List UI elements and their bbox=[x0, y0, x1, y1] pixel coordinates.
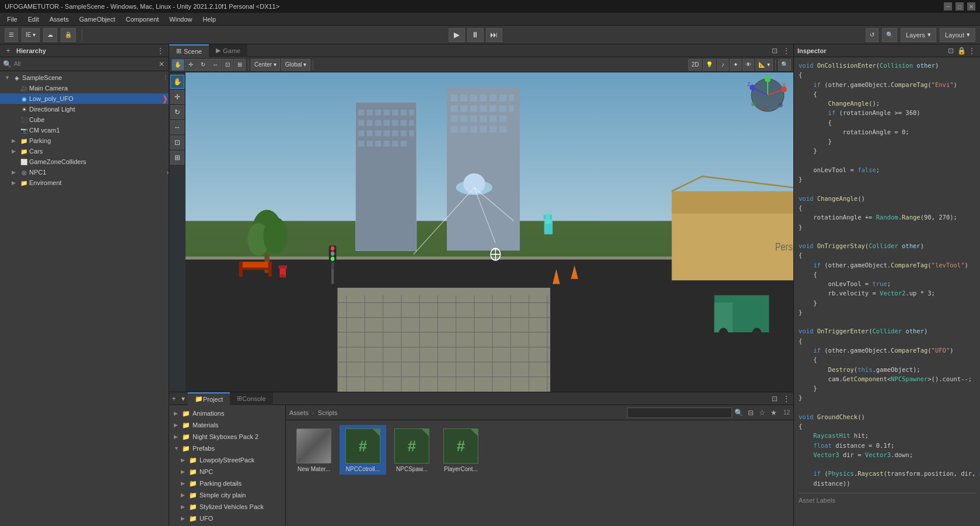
maximize-button[interactable]: □ bbox=[956, 2, 964, 11]
navigation-gizmo[interactable]: X Y Z bbox=[744, 75, 791, 116]
main-layout: + Hierarchy ⋮ 🔍 All ✕ ▼ ◈ SampleScene ⋮ … bbox=[0, 44, 980, 526]
proj-night-skyboxes[interactable]: ▶ 📁 Night Skyboxes Pack 2 bbox=[169, 431, 285, 443]
bottom-maximize-btn[interactable]: ⊡ bbox=[770, 394, 779, 403]
toolbar-lock-btn[interactable]: 🔒 bbox=[61, 28, 76, 42]
hier-main-camera[interactable]: 🎥 Main Camera bbox=[0, 83, 169, 93]
proj-animations[interactable]: ▶ 📁 Animations bbox=[169, 407, 285, 419]
bottom-add-btn[interactable]: + bbox=[169, 394, 178, 403]
hier-directional-light[interactable]: ☀ Directional Light bbox=[0, 104, 169, 114]
pause-button[interactable]: ⏸ bbox=[467, 28, 484, 42]
assets-filter-btn[interactable]: ⊟ bbox=[746, 408, 755, 417]
assets-search-input[interactable] bbox=[627, 407, 732, 418]
bottom-menu-btn[interactable]: ⋮ bbox=[782, 394, 791, 403]
menu-window[interactable]: Window bbox=[164, 15, 197, 24]
code-line-39: { bbox=[799, 422, 975, 431]
hier-cube[interactable]: ⬛ Cube bbox=[0, 114, 169, 125]
proj-parking-details[interactable]: ▶ 📁 Parking details bbox=[169, 478, 285, 489]
tab-scene[interactable]: ⊞ Scene bbox=[169, 44, 209, 57]
menu-assets[interactable]: Assets bbox=[45, 15, 74, 24]
bottom-lock-btn[interactable]: ▾ bbox=[178, 394, 188, 403]
asset-player-controller[interactable]: PlayerCont... bbox=[438, 425, 484, 475]
scale-tool-btn[interactable]: ↔ bbox=[209, 59, 221, 71]
scene-scale-btn[interactable]: ↔ bbox=[170, 120, 184, 134]
menu-edit[interactable]: Edit bbox=[23, 15, 44, 24]
global-btn[interactable]: Global ▾ bbox=[281, 59, 310, 71]
toolbar-menu-btn[interactable]: ☰ bbox=[5, 28, 18, 42]
fx-btn[interactable]: ✦ bbox=[730, 59, 741, 71]
scene-menu-btn[interactable]: ⋮ bbox=[782, 46, 791, 55]
hier-npc1[interactable]: ▶ ◎ NPC1 › bbox=[0, 167, 169, 177]
hier-low-poly-ufo[interactable]: ◉ Low_poly_UFO ❱ bbox=[0, 93, 169, 104]
scene-rotate-btn[interactable]: ↻ bbox=[170, 105, 184, 119]
hier-cm-vcam1[interactable]: 📷 CM vcam1 bbox=[0, 125, 169, 135]
svg-rect-53 bbox=[499, 116, 507, 122]
2d-btn[interactable]: 2D bbox=[688, 59, 702, 71]
asset-new-material[interactable]: New Mater... bbox=[290, 425, 337, 475]
rect-tool-btn[interactable]: ⊡ bbox=[222, 59, 233, 71]
toolbar-search-btn[interactable]: 🔍 bbox=[882, 28, 897, 42]
proj-simple-city[interactable]: ▶ 📁 Simple city plain bbox=[169, 489, 285, 501]
assets-search-icon[interactable]: 🔍 bbox=[734, 408, 744, 417]
menu-file[interactable]: File bbox=[2, 15, 22, 24]
toolbar-cloud-btn[interactable]: ☁ bbox=[43, 28, 57, 42]
hierarchy-add-btn[interactable]: + bbox=[4, 46, 13, 55]
assets-favorite-btn[interactable]: ☆ bbox=[758, 408, 767, 417]
menu-component[interactable]: Component bbox=[121, 15, 163, 24]
tab-project[interactable]: 📁 Project bbox=[188, 392, 230, 405]
asset-npc-controller[interactable]: NPCCotroll... bbox=[340, 425, 386, 475]
hierarchy-search-icon[interactable]: 🔍 bbox=[2, 60, 12, 69]
scene-custom-btn[interactable]: ⊞ bbox=[170, 151, 184, 165]
menu-gameobject[interactable]: GameObject bbox=[75, 15, 120, 24]
hand-tool-btn[interactable]: ✋ bbox=[172, 59, 184, 71]
hier-enviroment[interactable]: ▶ 📁 Enviroment bbox=[0, 177, 169, 188]
proj-stylized-vehicles[interactable]: ▶ 📁 Stylized Vehicles Pack bbox=[169, 501, 285, 513]
inspector-maximize-btn[interactable]: ⊡ bbox=[946, 46, 956, 55]
audio-btn[interactable]: ♪ bbox=[717, 59, 729, 71]
breadcrumb-assets[interactable]: Assets bbox=[289, 409, 309, 416]
pivot-btn[interactable]: Center ▾ bbox=[251, 59, 280, 71]
gizmos-btn[interactable]: 📐 ▾ bbox=[755, 59, 773, 71]
scene-rect-btn[interactable]: ⊡ bbox=[170, 135, 184, 149]
scene-search-btn[interactable]: 🔍 bbox=[778, 59, 791, 71]
code-line-45: distance)) bbox=[799, 479, 975, 488]
step-button[interactable]: ⏭ bbox=[486, 28, 502, 42]
proj-materials[interactable]: ▶ 📁 Materials bbox=[169, 419, 285, 431]
tab-game[interactable]: ▶ Game bbox=[209, 44, 247, 57]
hier-sample-scene[interactable]: ▼ ◈ SampleScene ⋮ bbox=[0, 72, 169, 83]
hier-gamezone[interactable]: ⬜ GameZoneColliders bbox=[0, 156, 169, 167]
hier-options-sample-scene[interactable]: ⋮ bbox=[159, 74, 169, 82]
hierarchy-clear-btn[interactable]: ✕ bbox=[157, 60, 166, 69]
assets-star-btn[interactable]: ★ bbox=[769, 408, 779, 417]
menu-help[interactable]: Help bbox=[198, 15, 220, 24]
proj-npc[interactable]: ▶ 📁 NPC bbox=[169, 466, 285, 478]
proj-ufo-folder[interactable]: ▶ 📁 UFO bbox=[169, 513, 285, 524]
scene-view-canvas[interactable]: Persp ✋ ✛ ↻ ↔ ⊡ ⊞ bbox=[169, 72, 793, 392]
scene-vis-btn[interactable]: 👁 bbox=[743, 59, 754, 71]
inspector-lock-btn[interactable]: 🔒 bbox=[957, 46, 966, 55]
proj-prefabs[interactable]: ▼ 📁 Prefabs bbox=[169, 443, 285, 454]
inspector-menu-btn[interactable]: ⋮ bbox=[967, 46, 977, 55]
play-button[interactable]: ▶ bbox=[449, 28, 465, 42]
lighting-btn[interactable]: 💡 bbox=[703, 59, 716, 71]
proj-label-materials: Materials bbox=[192, 422, 219, 429]
asset-npc-spawner[interactable]: NPCSpaw... bbox=[388, 425, 435, 475]
layout-dropdown[interactable]: Layout ▾ bbox=[940, 28, 975, 42]
scene-move-btn[interactable]: ✛ bbox=[170, 90, 184, 104]
move-tool-btn[interactable]: ✛ bbox=[185, 59, 197, 71]
tab-console[interactable]: ⊞ Console bbox=[230, 392, 272, 405]
layers-dropdown[interactable]: Layers ▾ bbox=[901, 28, 936, 42]
hierarchy-menu-btn[interactable]: ⋮ bbox=[156, 46, 165, 55]
close-button[interactable]: ✕ bbox=[967, 2, 975, 11]
rotate-tool-btn[interactable]: ↻ bbox=[197, 59, 209, 71]
scene-hand-btn[interactable]: ✋ bbox=[170, 75, 184, 89]
proj-lowpoly-street[interactable]: ▶ 📁 LowpolyStreetPack bbox=[169, 454, 285, 466]
hier-cars[interactable]: ▶ 📁 Cars bbox=[0, 146, 169, 156]
hier-expand-npc1[interactable]: › bbox=[167, 169, 169, 176]
minimize-button[interactable]: ─ bbox=[944, 2, 952, 11]
transform-btn[interactable]: ⊞ bbox=[234, 59, 246, 71]
scene-maximize-btn[interactable]: ⊡ bbox=[770, 46, 779, 55]
breadcrumb-scripts[interactable]: Scripts bbox=[318, 409, 338, 416]
toolbar-ie-btn[interactable]: IE ▾ bbox=[22, 28, 40, 42]
hier-parking[interactable]: ▶ 📁 Parking bbox=[0, 135, 169, 146]
toolbar-refresh-btn[interactable]: ↺ bbox=[866, 28, 878, 42]
